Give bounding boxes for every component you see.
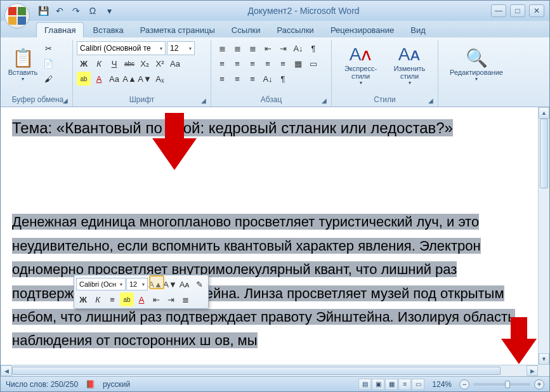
align-center-button-2[interactable]: ≡ — [230, 72, 244, 86]
draft-view-button[interactable]: ▭ — [412, 379, 424, 390]
vertical-scrollbar[interactable]: ▲ ▼ — [538, 107, 549, 365]
align-center-button[interactable]: ≡ — [230, 56, 244, 70]
mini-indent-button[interactable]: ⇥ — [164, 292, 178, 306]
close-button[interactable]: ✕ — [529, 4, 544, 17]
redo-button[interactable]: ↷ — [69, 4, 83, 18]
scroll-down-button[interactable]: ▼ — [539, 353, 549, 365]
mini-grow-font-button[interactable]: A▲ — [148, 277, 162, 291]
mini-bold-button[interactable]: Ж — [76, 292, 90, 306]
document-viewport[interactable]: Тема: «Квантовый по слой: кедровый стлан… — [1, 107, 538, 365]
outline-view-button[interactable]: ≡ — [398, 379, 411, 390]
font-color-button[interactable]: A — [92, 72, 106, 86]
save-button[interactable]: 💾 — [36, 4, 50, 18]
multilevel-button[interactable]: ≣ — [246, 41, 259, 55]
mini-bullets-button[interactable]: ≣ — [178, 292, 192, 306]
numbering-button[interactable]: ≣ — [230, 41, 244, 55]
document-heading[interactable]: Тема: «Квантовый по слой: кедровый стлан… — [12, 119, 453, 136]
mini-font-color-button[interactable]: A — [134, 292, 148, 306]
zoom-track[interactable] — [473, 383, 530, 386]
sort-button[interactable]: A↓ — [291, 41, 305, 55]
strike-button[interactable]: abc — [122, 56, 136, 70]
align-justify-button[interactable]: ≡ — [261, 56, 275, 70]
office-button[interactable] — [4, 3, 30, 29]
highlight-button[interactable]: ab — [77, 72, 91, 86]
editing-button[interactable]: 🔍 Редактирование ▾ — [445, 41, 508, 88]
zoom-thumb[interactable] — [505, 381, 510, 388]
clear-format-button[interactable]: Aᵪ — [153, 72, 167, 86]
shading-button[interactable]: ▦ — [291, 56, 305, 70]
mini-font-select[interactable]: Calibri (Осн▾ — [76, 278, 126, 291]
mini-size-select[interactable]: 12▾ — [126, 278, 148, 291]
maximize-button[interactable]: □ — [510, 4, 525, 17]
font-name-select[interactable]: Calibri (Основной те▾ — [77, 41, 166, 55]
zoom-value[interactable]: 124% — [432, 380, 452, 389]
web-layout-view-button[interactable]: ▦ — [385, 379, 398, 390]
vscroll-track[interactable] — [539, 119, 549, 353]
change-case-button-2[interactable]: Aa — [107, 72, 121, 86]
grow-font-button[interactable]: A▲ — [122, 72, 136, 86]
mini-format-painter-button[interactable]: ✎ — [192, 277, 206, 291]
mini-shrink-font-button[interactable]: A▼ — [163, 277, 177, 291]
mini-dedent-button[interactable]: ⇤ — [149, 292, 163, 306]
vscroll-thumb[interactable] — [540, 119, 548, 188]
italic-button[interactable]: К — [92, 56, 106, 70]
mini-styles-button[interactable]: Aᴀ — [178, 277, 192, 291]
marks-button-2[interactable]: ¶ — [276, 72, 290, 86]
tab-references[interactable]: Ссылки — [224, 23, 268, 37]
undo-button[interactable]: ↶ — [53, 4, 67, 18]
mini-italic-button[interactable]: К — [91, 292, 105, 306]
tab-insert[interactable]: Вставка — [85, 23, 131, 37]
copy-button[interactable]: 📄 — [41, 56, 55, 70]
document-content[interactable]: Тема: «Квантовый по слой: кедровый стлан… — [1, 107, 538, 362]
sort-button-2[interactable]: A↓ — [261, 72, 275, 86]
clipboard-dialog-launcher[interactable]: ◢ — [63, 97, 71, 105]
cut-button[interactable]: ✂ — [41, 41, 55, 55]
zoom-out-button[interactable]: − — [459, 379, 469, 389]
format-painter-button[interactable]: 🖌 — [41, 72, 55, 86]
paragraph-dialog-launcher[interactable]: ◢ — [322, 97, 330, 105]
increase-indent-button[interactable]: ⇥ — [276, 41, 290, 55]
symbol-button[interactable]: Ω — [86, 4, 100, 18]
scroll-right-button[interactable]: ▶ — [527, 365, 538, 376]
scroll-left-button[interactable]: ◀ — [1, 365, 12, 376]
styles-dialog-launcher[interactable]: ◢ — [428, 97, 436, 105]
align-right-button-2[interactable]: ≡ — [246, 72, 259, 86]
shrink-font-button[interactable]: A▼ — [138, 72, 152, 86]
decrease-indent-button[interactable]: ⇤ — [261, 41, 275, 55]
scroll-up-button[interactable]: ▲ — [539, 107, 549, 119]
tab-home[interactable]: Главная — [36, 22, 84, 37]
hscroll-track[interactable] — [12, 365, 527, 376]
tab-mailings[interactable]: Рассылки — [270, 23, 322, 37]
qat-dropdown[interactable]: ▾ — [102, 4, 116, 18]
horizontal-scrollbar[interactable]: ◀ ▶ — [1, 365, 538, 376]
print-layout-view-button[interactable]: ▤ — [358, 379, 371, 390]
font-size-select[interactable]: 12▾ — [167, 41, 195, 55]
zoom-in-button[interactable]: + — [534, 379, 544, 389]
font-dialog-launcher[interactable]: ◢ — [201, 97, 209, 105]
quick-styles-button[interactable]: Aʌ Экспресс-стили ▾ — [337, 41, 384, 88]
line-spacing-button[interactable]: ≡ — [276, 56, 290, 70]
superscript-button[interactable]: X² — [153, 56, 167, 70]
full-screen-view-button[interactable]: ▣ — [372, 379, 384, 390]
language-indicator[interactable]: русский — [103, 380, 130, 389]
change-styles-button[interactable]: Aᴀ Изменить стили ▾ — [387, 41, 433, 88]
subscript-button[interactable]: X₂ — [138, 56, 152, 70]
align-right-button[interactable]: ≡ — [246, 56, 259, 70]
mini-center-button[interactable]: ≡ — [105, 292, 119, 306]
align-left-button[interactable]: ≡ — [215, 56, 229, 70]
borders-button[interactable]: ▭ — [306, 56, 320, 70]
word-count[interactable]: Число слов: 250/250 — [6, 380, 78, 389]
mini-highlight-button[interactable]: ab — [120, 292, 134, 306]
hscroll-thumb[interactable] — [12, 367, 501, 375]
minimize-button[interactable]: — — [491, 4, 506, 17]
paste-button[interactable]: 📋 Вставить ▾ — [7, 41, 39, 88]
change-case-button[interactable]: Aa — [168, 56, 182, 70]
tab-layout[interactable]: Разметка страницы — [133, 23, 223, 37]
tab-view[interactable]: Вид — [403, 23, 433, 37]
underline-button[interactable]: Ч — [107, 56, 121, 70]
tab-review[interactable]: Рецензирование — [323, 23, 402, 37]
bold-button[interactable]: Ж — [77, 56, 91, 70]
bullets-button[interactable]: ≣ — [215, 41, 229, 55]
show-marks-button[interactable]: ¶ — [306, 41, 320, 55]
spellcheck-icon[interactable]: 📕 — [86, 380, 95, 389]
